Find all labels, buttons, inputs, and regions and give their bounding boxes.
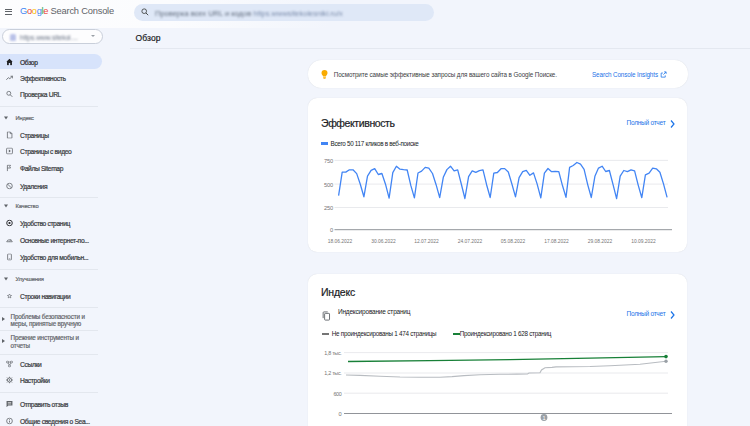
svg-text:05.08.2022: 05.08.2022 [501, 239, 526, 244]
svg-text:1: 1 [542, 415, 545, 421]
svg-text:1,8 тыс.: 1,8 тыс. [324, 350, 341, 356]
svg-text:0: 0 [339, 411, 342, 417]
svg-text:12.07.2022: 12.07.2022 [414, 239, 439, 244]
svg-text:29.08.2022: 29.08.2022 [588, 239, 613, 244]
svg-text:250: 250 [324, 205, 333, 211]
svg-text:17.08.2022: 17.08.2022 [544, 239, 569, 244]
svg-text:30.06.2022: 30.06.2022 [371, 239, 396, 244]
svg-text:750: 750 [324, 158, 333, 164]
svg-text:18.06.2022: 18.06.2022 [328, 239, 353, 244]
svg-text:24.07.2022: 24.07.2022 [458, 239, 483, 244]
svg-text:10.09.2022: 10.09.2022 [631, 239, 656, 244]
svg-text:0: 0 [330, 227, 333, 233]
svg-text:600: 600 [333, 391, 341, 397]
svg-text:1,2 тыс.: 1,2 тыс. [324, 370, 341, 376]
svg-text:500: 500 [324, 182, 333, 188]
